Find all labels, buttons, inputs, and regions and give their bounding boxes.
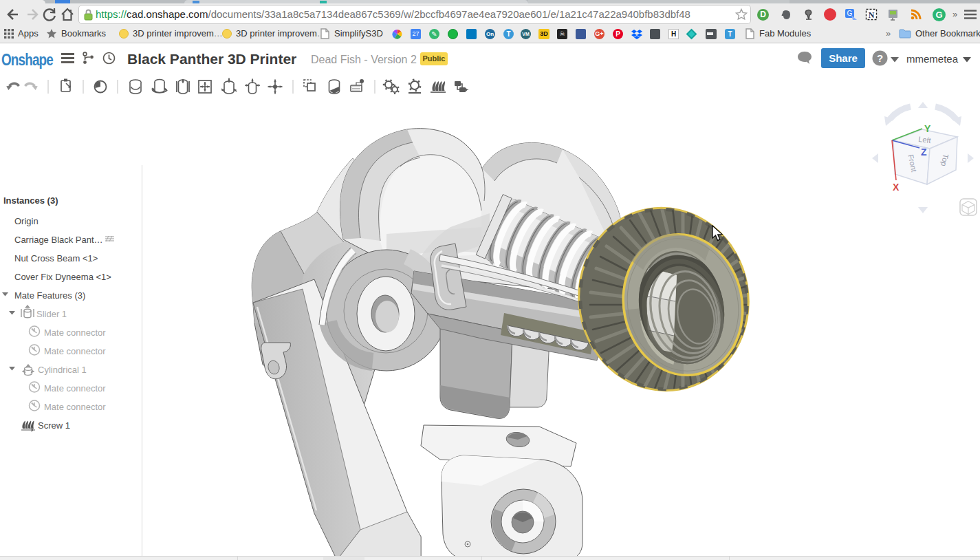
svg-text:Left: Left [918,135,932,144]
svg-text:?: ? [877,52,883,64]
svg-text:N: N [869,10,875,20]
svg-text:Y: Y [924,123,931,134]
svg-text:X: X [893,182,900,193]
svg-text:Z: Z [921,147,927,158]
